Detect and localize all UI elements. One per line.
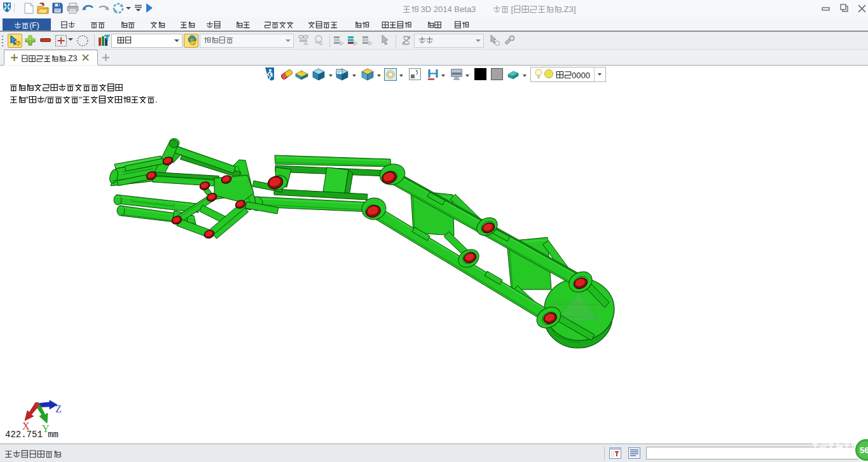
svg-text:?: ? [17,41,20,45]
svg-text:Z: Z [55,403,62,414]
svg-text:56: 56 [860,445,868,455]
